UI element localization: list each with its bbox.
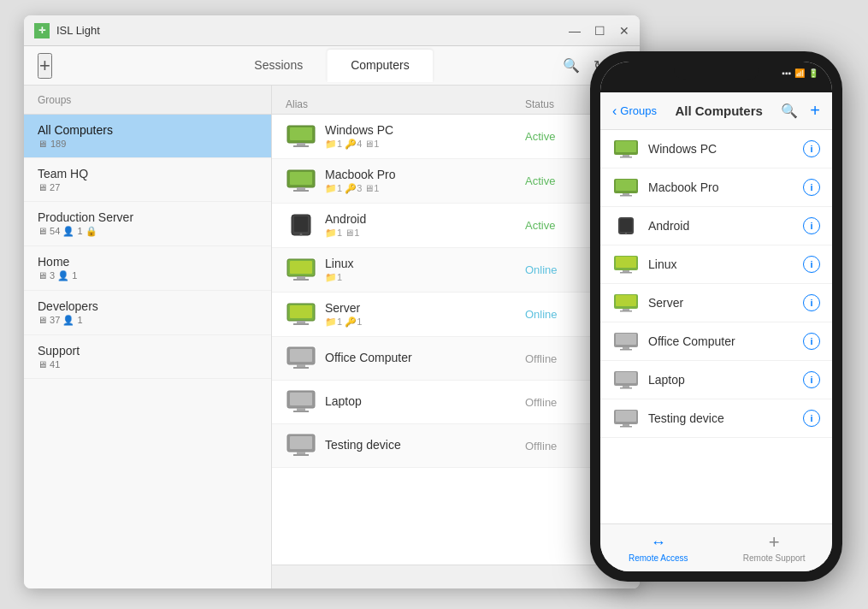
list-item[interactable]: Windows PC i [600, 130, 832, 169]
svg-rect-52 [623, 347, 629, 349]
svg-rect-33 [623, 155, 629, 157]
table-row[interactable]: Macbook Pro 📁1 🔑3 🖥1 Active Just n [272, 159, 640, 204]
phone-frame: ▪▪▪ 📶 🔋 ‹ Groups All Computers 🔍 + [590, 51, 842, 582]
item-name: Office Computer [648, 334, 803, 348]
svg-rect-3 [293, 145, 309, 147]
item-name: Windows PC [648, 142, 803, 156]
title-bar-left: ✛ ISL Light [34, 23, 100, 38]
svg-rect-48 [623, 309, 629, 310]
sidebar-item-meta: 🖥 27 [38, 182, 244, 192]
phone-overlay: ▪▪▪ 📶 🔋 ‹ Groups All Computers 🔍 + [590, 51, 842, 582]
table-row[interactable]: Android 📁1 🖥1 Active Just n [272, 204, 640, 248]
svg-rect-45 [620, 272, 632, 274]
info-button[interactable]: i [803, 140, 820, 157]
table-row[interactable]: Office Computer Offline 12 De [272, 337, 640, 381]
svg-rect-24 [290, 393, 312, 405]
maximize-button[interactable]: ☐ [594, 24, 605, 38]
table-header: Alias Status Last on [272, 86, 640, 115]
back-button[interactable]: ‹ Groups [612, 103, 657, 119]
info-button[interactable]: i [803, 217, 820, 234]
add-button[interactable]: + [38, 53, 52, 79]
list-item[interactable]: Testing device i [600, 399, 832, 438]
search-button[interactable]: 🔍 [781, 103, 798, 119]
table-footer [272, 565, 640, 588]
computer-meta: 📁1 🔑3 🖥1 [325, 183, 395, 194]
computer-name: Laptop [325, 394, 362, 408]
list-item[interactable]: Macbook Pro i [600, 169, 832, 207]
list-item[interactable]: Office Computer i [600, 322, 832, 361]
computer-icon [612, 139, 640, 159]
svg-rect-38 [620, 195, 632, 197]
search-button[interactable]: 🔍 [563, 57, 580, 74]
computer-cell: Laptop [286, 390, 525, 414]
sidebar-item-support[interactable]: Support 🖥 41 [24, 335, 271, 379]
app-title: ISL Light [56, 24, 100, 37]
battery-icon: 🔋 [808, 68, 818, 78]
content-area: Groups All Computers 🖥189 Team HQ 🖥 27 [24, 86, 640, 588]
svg-rect-61 [620, 426, 632, 428]
svg-rect-25 [297, 408, 305, 411]
add-button[interactable]: + [810, 101, 820, 121]
info-button[interactable]: i [803, 410, 820, 427]
table-row[interactable]: Testing device Offline 11 Jan [272, 424, 640, 468]
computer-icon [286, 214, 316, 238]
sidebar-item-all-computers[interactable]: All Computers 🖥189 [24, 115, 271, 158]
svg-rect-56 [623, 386, 629, 387]
info-button[interactable]: i [803, 256, 820, 273]
svg-rect-26 [293, 411, 309, 412]
table-row[interactable]: Linux 📁1 Online Just n [272, 248, 640, 293]
svg-rect-13 [297, 276, 305, 279]
computer-cell: Office Computer [286, 346, 525, 370]
svg-rect-40 [620, 219, 632, 232]
list-item[interactable]: Laptop i [600, 361, 832, 399]
tab-sessions[interactable]: Sessions [230, 50, 327, 82]
sidebar-item-name: All Computers [38, 123, 257, 137]
sidebar-item-team-hq[interactable]: Team HQ 🖥 27 [24, 158, 271, 202]
svg-rect-2 [297, 143, 305, 145]
svg-rect-37 [623, 193, 629, 195]
sidebar-item-name: Production Server [38, 210, 244, 224]
table-row[interactable]: Server 📁1 🔑1 Online Just n [272, 293, 640, 337]
toolbar-tabs: Sessions Computers [230, 50, 433, 82]
computer-cell: Android 📁1 🖥1 [286, 212, 525, 239]
tab-computers[interactable]: Computers [327, 50, 433, 82]
sidebar-item-developers[interactable]: Developers 🖥 37 👤 1 [24, 291, 271, 335]
svg-rect-29 [297, 452, 305, 454]
computer-name: Server [325, 301, 362, 315]
sidebar-item-home[interactable]: Home 🖥 3 👤 1 [24, 246, 271, 291]
remote-access-tab[interactable]: ↔ Remote Access [600, 524, 717, 571]
sidebar-item-name: Home [38, 255, 244, 269]
list-item[interactable]: Server i [600, 284, 832, 322]
computer-icon [612, 293, 640, 313]
svg-rect-1 [290, 127, 312, 140]
sidebar-item-production[interactable]: Production Server 🖥 54 👤 1 🔒 [24, 202, 271, 246]
remote-support-tab[interactable]: + Remote Support [717, 524, 833, 571]
svg-rect-57 [620, 387, 632, 389]
list-item[interactable]: Android i [600, 207, 832, 245]
back-label[interactable]: Groups [620, 104, 657, 117]
close-button[interactable]: ✕ [619, 24, 629, 38]
table-row[interactable]: Windows PC 📁1 🔑4 🖥1 Active Just n [272, 115, 640, 159]
info-button[interactable]: i [803, 371, 820, 388]
item-name: Macbook Pro [648, 180, 803, 194]
info-button[interactable]: i [803, 294, 820, 311]
computer-cell: Server 📁1 🔑1 [286, 301, 525, 328]
minimize-button[interactable]: — [569, 24, 581, 38]
svg-rect-43 [616, 257, 636, 268]
computer-name: Macbook Pro [325, 168, 395, 181]
svg-rect-6 [297, 187, 305, 190]
list-item[interactable]: Linux i [600, 245, 832, 284]
info-button[interactable]: i [803, 179, 820, 196]
svg-rect-14 [293, 279, 309, 281]
back-chevron-icon: ‹ [612, 103, 617, 119]
phone-nav-title: All Computers [657, 103, 781, 118]
info-button[interactable]: i [803, 333, 820, 350]
computer-icon [612, 408, 640, 429]
svg-rect-59 [616, 411, 636, 422]
svg-rect-28 [290, 436, 312, 449]
title-bar: ✛ ISL Light — ☐ ✕ [24, 15, 640, 46]
app-logo: ✛ [34, 23, 50, 38]
phone-nav-bar: ‹ Groups All Computers 🔍 + [600, 92, 832, 130]
table-row[interactable]: Laptop Offline 3 aug [272, 381, 640, 424]
item-name: Android [648, 219, 803, 233]
